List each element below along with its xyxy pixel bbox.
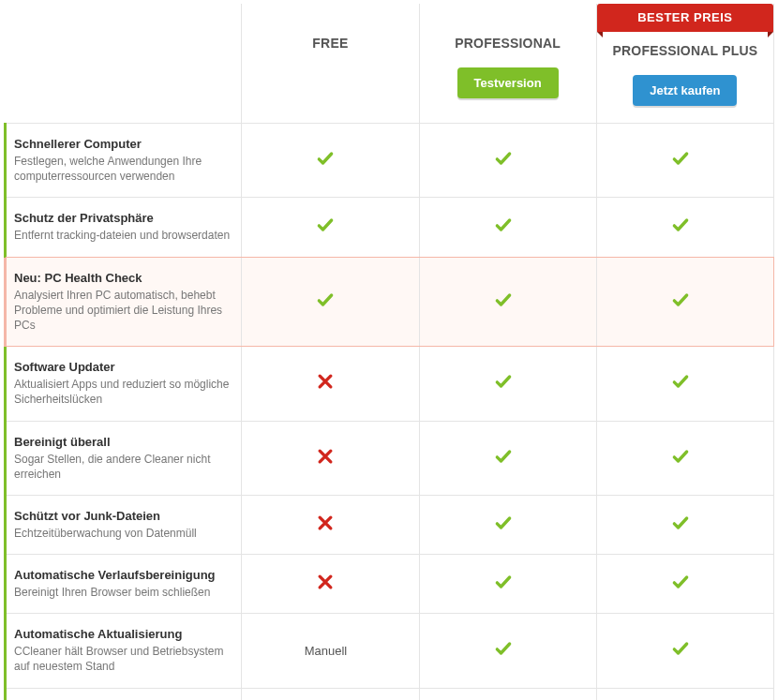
best-price-ribbon: BESTER PREIS <box>597 4 773 32</box>
pricing-comparison-table: FREE PROFESSIONAL Testversion BESTER PRE… <box>4 4 774 700</box>
plan-name: PROFESSIONAL <box>429 36 587 51</box>
plan-name: FREE <box>251 36 409 51</box>
check-icon <box>671 149 690 168</box>
feature-value-cell: Manuell <box>242 614 419 688</box>
check-icon <box>671 639 690 658</box>
check-icon <box>671 290 690 309</box>
check-icon <box>671 447 690 466</box>
feature-value-cell <box>419 257 596 347</box>
check-icon <box>494 149 513 168</box>
feature-cell: Schutz der PrivatsphäreEntfernt tracking… <box>6 198 242 257</box>
cross-icon <box>316 514 335 532</box>
feature-cell: Software UpdaterAktualisiert Apps und re… <box>6 347 242 421</box>
feature-value-cell <box>242 347 419 421</box>
feature-value-cell <box>419 495 596 554</box>
feature-row: Schutz der PrivatsphäreEntfernt tracking… <box>6 198 774 257</box>
feature-value-cell <box>596 555 773 614</box>
feature-value-cell <box>242 257 419 347</box>
plan-header-row: FREE PROFESSIONAL Testversion BESTER PRE… <box>6 4 774 124</box>
feature-value-cell <box>419 614 596 688</box>
feature-value-cell <box>596 257 773 347</box>
check-icon <box>494 447 513 466</box>
feature-row: Schützt vor Junk-DateienEchtzeitüberwach… <box>6 495 774 554</box>
check-icon <box>316 216 335 234</box>
feature-cell: Neu: PC Health CheckAnalysiert Ihren PC … <box>6 257 242 347</box>
feature-value-cell <box>242 124 419 198</box>
feature-cell: Schnellere Festplatten mit längerer Lebe… <box>6 688 242 700</box>
feature-desc: Entfernt tracking-dateien und browserdat… <box>14 228 232 243</box>
feature-value-cell <box>242 555 419 614</box>
feature-desc: Sogar Stellen, die andere Cleaner nicht … <box>14 452 232 482</box>
feature-value-cell <box>596 495 773 554</box>
feature-title: Software Updater <box>14 360 232 374</box>
check-icon <box>494 290 513 309</box>
feature-value-cell <box>419 421 596 495</box>
feature-title: Schutz der Privatsphäre <box>14 211 232 225</box>
feature-row: Bereinigt überallSogar Stellen, die ande… <box>6 421 774 495</box>
feature-value-cell <box>419 198 596 257</box>
cross-icon <box>316 573 335 591</box>
feature-cell: Automatische AktualisierungCCleaner hält… <box>6 614 242 688</box>
check-icon <box>494 573 513 591</box>
check-icon <box>494 216 513 234</box>
feature-title: Neu: PC Health Check <box>14 271 232 285</box>
feature-cell: Schnellerer ComputerFestlegen, welche An… <box>6 124 242 198</box>
feature-cell: Automatische VerlaufsbereinigungBereinig… <box>6 555 242 614</box>
cross-icon <box>316 372 335 391</box>
feature-row: Automatische VerlaufsbereinigungBereinig… <box>6 555 774 614</box>
feature-value-cell <box>596 614 773 688</box>
check-icon <box>671 573 690 591</box>
feature-value-cell <box>242 421 419 495</box>
feature-desc: Analysiert Ihren PC automatisch, behebt … <box>14 288 232 334</box>
feature-row: Schnellere Festplatten mit längerer Lebe… <box>6 688 774 700</box>
check-icon <box>316 290 335 309</box>
feature-value-text: Manuell <box>305 644 348 658</box>
cross-icon <box>316 447 335 466</box>
plan-header-free: FREE <box>242 4 419 124</box>
check-icon <box>316 149 335 168</box>
feature-desc: CCleaner hält Browser und Betriebsystem … <box>14 644 232 674</box>
check-icon <box>671 514 690 532</box>
feature-value-cell <box>419 347 596 421</box>
feature-title: Automatische Verlaufsbereinigung <box>14 568 232 582</box>
feature-row: Automatische AktualisierungCCleaner hält… <box>6 614 774 688</box>
feature-value-cell <box>596 421 773 495</box>
feature-value-cell <box>242 688 419 700</box>
check-icon <box>494 639 513 658</box>
check-icon <box>494 514 513 532</box>
trial-button[interactable]: Testversion <box>457 67 559 98</box>
feature-value-cell <box>596 198 773 257</box>
check-icon <box>494 372 513 391</box>
feature-title: Schützt vor Junk-Dateien <box>14 509 232 523</box>
buy-now-button[interactable]: Jetzt kaufen <box>633 75 737 106</box>
feature-row: Neu: PC Health CheckAnalysiert Ihren PC … <box>6 257 774 347</box>
feature-value-cell <box>242 198 419 257</box>
check-icon <box>671 372 690 391</box>
feature-value-cell <box>419 688 596 700</box>
feature-cell: Schützt vor Junk-DateienEchtzeitüberwach… <box>6 495 242 554</box>
feature-row: Software UpdaterAktualisiert Apps und re… <box>6 347 774 421</box>
feature-title: Schnellerer Computer <box>14 137 232 151</box>
feature-desc: Bereinigt Ihren Browser beim schließen <box>14 585 232 600</box>
plan-header-professional: PROFESSIONAL Testversion <box>419 4 596 124</box>
feature-cell: Bereinigt überallSogar Stellen, die ande… <box>6 421 242 495</box>
feature-row: Schnellerer ComputerFestlegen, welche An… <box>6 124 774 198</box>
plan-name: PROFESSIONAL PLUS <box>606 43 764 58</box>
feature-value-cell <box>419 124 596 198</box>
feature-title: Automatische Aktualisierung <box>14 627 232 641</box>
feature-value-cell <box>596 688 773 700</box>
feature-desc: Echtzeitüberwachung von Datenmüll <box>14 526 232 541</box>
feature-value-cell <box>596 347 773 421</box>
feature-desc: Aktualisiert Apps und reduziert so mögli… <box>14 377 232 407</box>
feature-desc: Festlegen, welche Anwendungen Ihre compu… <box>14 154 232 184</box>
check-icon <box>671 216 690 234</box>
feature-value-cell <box>596 124 773 198</box>
header-empty <box>6 4 242 124</box>
feature-value-cell <box>419 555 596 614</box>
plan-header-professional-plus: BESTER PREIS PROFESSIONAL PLUS Jetzt kau… <box>596 4 773 124</box>
feature-title: Bereinigt überall <box>14 435 232 449</box>
feature-value-cell <box>242 495 419 554</box>
